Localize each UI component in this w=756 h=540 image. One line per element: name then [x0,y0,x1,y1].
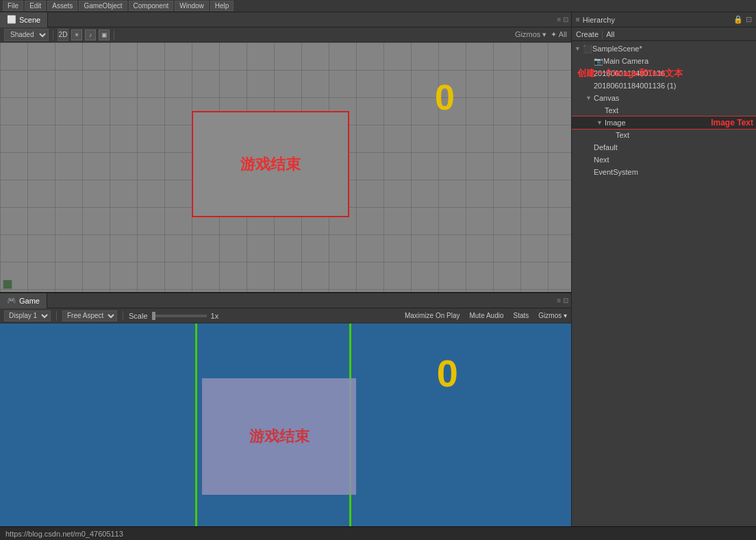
tree-item-image[interactable]: ▼ Image Image Text [572,116,756,129]
scene-tab-label: Scene [19,16,40,24]
hierarchy-tree: ▼ ⬛ SampleScene* 📷 Main Camera 201806011… [572,41,756,526]
aspect-dropdown[interactable]: Free Aspect [62,310,117,321]
tree-item-eventsystem[interactable]: EventSystem [572,166,756,178]
canvas-arrow: ▼ [585,95,592,101]
hierarchy-header: ≡ Hierarchy 🔒 ⊡ [572,12,756,27]
stats-label[interactable]: Stats [514,312,529,319]
default-label: Default [594,143,618,151]
game-toolbar: Display 1 Free Aspect Scale 1x Maximize … [0,308,571,323]
scene-icon: ⬛ [583,45,592,53]
tree-item-canvas-text[interactable]: Text [572,104,756,116]
left-panels: ⬜ Scene ≡ ⊡ Shaded 2D ☀ ♪ ▣ Gizmos ▾ [0,12,571,526]
tab-game[interactable]: 🎮 Game [0,293,47,308]
gizmos-label[interactable]: Gizmos ▾ [515,30,546,39]
url-text: https://blog.csdn.net/m0_47605113 [5,530,123,538]
btn-audio[interactable]: ♪ [85,29,96,40]
create-annotation-area: 创建一个Image和Text文本 [572,182,756,197]
green-line-left [195,323,197,526]
scene-root-arrow: ▼ [575,45,581,52]
right-panel: ≡ Hierarchy 🔒 ⊡ Create | All ▼ ⬛ SampleS… [571,12,756,526]
scene-icon-green[interactable] [3,280,12,289]
menu-file[interactable]: File [3,1,23,11]
btn-lighting[interactable]: ☀ [71,29,82,40]
menu-window[interactable]: Window [175,1,209,11]
game-score: 0 [437,351,458,395]
hierarchy-menu-icon[interactable]: ⊡ [746,15,752,24]
game-panel: 🎮 Game ≡ ⊡ Display 1 Free Aspect Scale [0,293,571,526]
game-viewport: 0 游戏结束 [0,323,571,526]
obj2-label: 20180601184001136 (1) [594,82,677,90]
next-label: Next [594,156,609,164]
hierarchy-create-btn[interactable]: Create [576,30,598,38]
tab-scene[interactable]: ⬜ Scene [0,12,48,27]
menu-gameobject[interactable]: GameObject [79,1,127,11]
divider-2 [123,311,123,321]
canvas-label: Canvas [594,94,619,102]
game-tab-icon: 🎮 [7,296,16,305]
scene-root-label: SampleScene* [592,45,642,53]
scene-score: 0 [435,77,455,118]
menu-component[interactable]: Component [129,1,174,11]
hierarchy-icon: ≡ [576,16,580,23]
tree-item-obj2[interactable]: 20180601184001136 (1) [572,79,756,92]
hierarchy-lock-icon[interactable]: 🔒 [733,15,743,24]
main-camera-label: Main Camera [603,57,648,65]
tree-item-obj1[interactable]: 20180601184001136 [572,67,756,79]
toolbar-separator-2 [114,30,114,40]
image-text-annotation: Image Text [711,118,753,127]
image-text-label: Text [616,131,629,139]
shading-dropdown[interactable]: Shaded [4,29,49,41]
camera-icon: 📷 [594,57,603,66]
eventsystem-label: EventSystem [594,168,638,176]
scale-label: Scale [129,312,148,320]
tree-item-next[interactable]: Next [572,154,756,166]
tree-item-canvas[interactable]: ▼ Canvas [572,92,756,104]
image-label: Image [605,119,626,127]
main-area: ⬜ Scene ≡ ⊡ Shaded 2D ☀ ♪ ▣ Gizmos ▾ [0,12,756,526]
scene-tab-icon: ⬜ [7,15,16,24]
scale-slider-fill [152,312,155,320]
game-panel-menu-btn[interactable]: ≡ ⊡ [554,297,571,304]
canvas-text-label: Text [605,106,618,114]
toolbar-separator-1 [53,30,53,40]
image-arrow: ▼ [596,119,603,126]
menu-edit[interactable]: Edit [25,1,46,11]
all-label[interactable]: ✦ All [551,30,567,39]
hierarchy-all-btn[interactable]: All [606,30,614,38]
scene-image-box: 游戏结束 [192,111,349,217]
tree-item-main-camera[interactable]: 📷 Main Camera [572,55,756,67]
scene-tab-bar: ⬜ Scene ≡ ⊡ [0,12,571,27]
scale-value: 1x [211,312,219,320]
scene-toolbar: Shaded 2D ☀ ♪ ▣ Gizmos ▾ ✦ All [0,27,571,42]
game-gizmos-label[interactable]: Gizmos ▾ [538,312,567,319]
tree-item-scene-root[interactable]: ▼ ⬛ SampleScene* [572,42,756,55]
obj1-label: 20180601184001136 [594,69,665,77]
scene-toolbar-right: Gizmos ▾ ✦ All [515,30,567,39]
hierarchy-title: Hierarchy [583,16,733,24]
game-tab-label: Game [19,297,40,305]
btn-fx[interactable]: ▣ [99,29,110,40]
divider-1 [56,311,57,321]
mute-label[interactable]: Mute Audio [469,312,503,319]
game-image-panel: 游戏结束 [202,378,356,495]
tree-item-image-text[interactable]: Text [572,129,756,141]
scene-bottom-left-icons [3,280,12,289]
maximize-label[interactable]: Maximize On Play [405,312,460,319]
menu-assets[interactable]: Assets [47,1,77,11]
top-toolbar: File Edit Assets GameObject Component Wi… [0,0,756,12]
scene-game-over-text: 游戏结束 [240,154,301,175]
bottom-bar: https://blog.csdn.net/m0_47605113 [0,526,756,540]
hierarchy-toolbar-separator: | [601,29,603,39]
game-over-text: 游戏结束 [249,426,310,447]
btn-2d[interactable]: 2D [58,29,68,41]
scale-slider[interactable] [152,315,207,317]
game-tab-bar: 🎮 Game ≡ ⊡ [0,293,571,308]
hierarchy-toolbar: Create | All [572,27,756,41]
tree-item-default[interactable]: Default [572,141,756,154]
menu-help[interactable]: Help [210,1,234,11]
scene-viewport: 0 游戏结束 [0,42,571,292]
scene-panel-menu-btn[interactable]: ≡ ⊡ [554,16,571,23]
scene-panel: ⬜ Scene ≡ ⊡ Shaded 2D ☀ ♪ ▣ Gizmos ▾ [0,12,571,293]
display-dropdown[interactable]: Display 1 [4,310,51,321]
